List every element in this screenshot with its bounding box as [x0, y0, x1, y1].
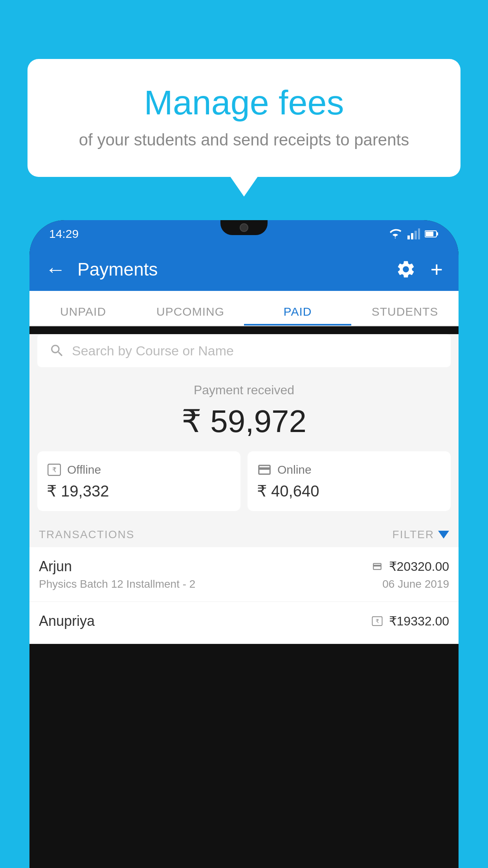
tab-unpaid[interactable]: UNPAID: [29, 305, 137, 326]
offline-card: ₹ Offline ₹ 19,332: [37, 451, 240, 511]
svg-rect-1: [411, 233, 413, 239]
filter-icon: [438, 531, 449, 539]
payment-received-section: Payment received ₹ 59,972: [29, 367, 459, 451]
add-button[interactable]: +: [430, 257, 443, 281]
settings-icon[interactable]: [396, 259, 416, 280]
tab-paid[interactable]: PAID: [244, 305, 351, 326]
tx-amount-2: ₹ ₹19332.00: [370, 614, 449, 629]
search-icon: [49, 343, 65, 359]
app-bar: ← Payments +: [29, 248, 459, 291]
tx-course-1: Physics Batch 12 Installment - 2: [39, 578, 195, 590]
offline-label: Offline: [67, 463, 101, 476]
back-button[interactable]: ←: [45, 257, 66, 281]
svg-rect-6: [426, 232, 433, 236]
notch: [220, 220, 268, 235]
payment-label: Payment received: [37, 383, 451, 397]
tx-name-2: Anupriya: [39, 613, 95, 629]
tx-rupee-icon-2: ₹: [370, 615, 384, 627]
phone-frame: 14:29 ← Payments: [29, 220, 459, 868]
camera: [240, 223, 248, 232]
payment-amount: ₹ 59,972: [37, 403, 451, 440]
online-amount: ₹ 40,640: [257, 482, 441, 500]
svg-rect-3: [418, 228, 420, 239]
status-bar: 14:29: [29, 220, 459, 248]
tx-date-1: 06 June 2019: [382, 578, 449, 590]
tabs-bar: UNPAID UPCOMING PAID STUDENTS: [29, 291, 459, 326]
filter-label: FILTER: [393, 528, 434, 541]
filter-button[interactable]: FILTER: [393, 528, 449, 541]
transactions-label: TRANSACTIONS: [39, 528, 134, 541]
svg-text:₹: ₹: [52, 466, 57, 474]
online-card: Online ₹ 40,640: [248, 451, 451, 511]
card-payment-icon: [257, 462, 272, 477]
rupee-box-icon: ₹: [47, 462, 62, 477]
wifi-icon: [388, 228, 403, 239]
status-time: 14:29: [49, 227, 79, 241]
svg-text:₹: ₹: [375, 618, 379, 624]
tx-card-icon-1: [370, 561, 384, 572]
tab-upcoming[interactable]: UPCOMING: [137, 305, 244, 326]
bubble-title: Manage fees: [47, 83, 441, 123]
tx-name-1: Arjun: [39, 558, 72, 575]
tab-students[interactable]: STUDENTS: [351, 305, 459, 326]
battery-icon: [425, 230, 439, 238]
speech-bubble: Manage fees of your students and send re…: [28, 59, 460, 177]
search-bar[interactable]: Search by Course or Name: [37, 334, 451, 367]
status-icons: [388, 228, 439, 239]
payment-cards: ₹ Offline ₹ 19,332 Online ₹ 40,640: [29, 451, 459, 520]
transaction-item-anupriya[interactable]: Anupriya ₹ ₹19332.00: [29, 602, 459, 644]
bubble-subtitle: of your students and send receipts to pa…: [47, 131, 441, 149]
signal-icon: [407, 228, 420, 239]
online-label: Online: [277, 463, 312, 476]
offline-amount: ₹ 19,332: [47, 482, 231, 500]
search-placeholder: Search by Course or Name: [72, 343, 234, 359]
svg-rect-2: [415, 231, 417, 239]
transactions-header: TRANSACTIONS FILTER: [29, 520, 459, 547]
svg-rect-0: [407, 235, 410, 239]
app-title: Payments: [77, 259, 396, 280]
tx-amount-1: ₹20320.00: [370, 559, 449, 574]
svg-rect-5: [437, 232, 438, 235]
transaction-item-arjun[interactable]: Arjun ₹20320.00 Physics Batch 12 Install…: [29, 547, 459, 602]
action-buttons: +: [396, 257, 443, 281]
content-area: Search by Course or Name Payment receive…: [29, 334, 459, 644]
